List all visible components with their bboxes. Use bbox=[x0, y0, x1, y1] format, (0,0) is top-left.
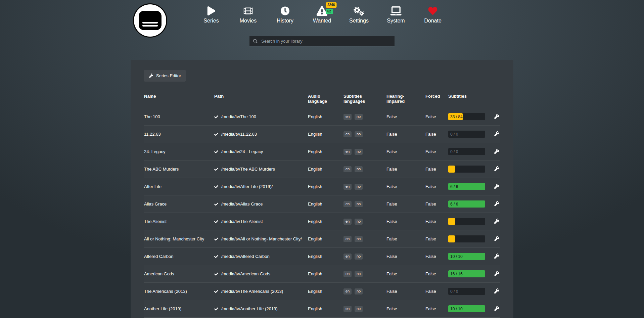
series-path: /media/tv/24 - Legacy bbox=[221, 149, 263, 154]
progress-fill bbox=[448, 218, 455, 225]
series-name-link[interactable]: The 100 bbox=[144, 114, 160, 119]
laptop-icon bbox=[390, 5, 402, 16]
series-panel: Series Editor Name Path Audio language S… bbox=[131, 60, 513, 318]
hearing-impaired-value: False bbox=[386, 184, 397, 189]
audio-language: English bbox=[308, 132, 322, 137]
nav-item-donate[interactable]: Donate bbox=[422, 5, 444, 24]
subtitle-language-chip: en bbox=[343, 184, 352, 190]
subtitles-progress-bar: 16 / 16 bbox=[448, 270, 485, 277]
edit-series-button[interactable] bbox=[494, 271, 499, 276]
subtitle-language-chip: en bbox=[343, 271, 352, 277]
series-name-link[interactable]: Altered Carbon bbox=[144, 254, 173, 259]
heart-icon bbox=[428, 5, 438, 16]
nav-item-wanted[interactable]: 2246 62 Wanted bbox=[312, 5, 333, 24]
nav-label-movies: Movies bbox=[240, 18, 257, 24]
series-path: /media/tv/All or Nothing- Manchester Cit… bbox=[221, 236, 302, 241]
series-name-link[interactable]: American Gods bbox=[144, 271, 174, 276]
subtitles-progress-bar: 0 / 0 bbox=[448, 148, 485, 155]
clock-icon bbox=[281, 5, 290, 16]
wrench-icon bbox=[149, 74, 153, 78]
subtitles-progress-bar: 0 / 0 bbox=[448, 131, 485, 138]
table-row: The 100 /media/tv/The 100 English en no … bbox=[144, 108, 500, 126]
subtitle-language-chip: no bbox=[355, 288, 363, 294]
app-logo[interactable] bbox=[133, 3, 167, 38]
nav-label-series: Series bbox=[203, 18, 219, 24]
subtitle-language-chip: en bbox=[343, 114, 352, 120]
progress-label: 33 / 84 bbox=[450, 115, 463, 119]
series-name-link[interactable]: After Life bbox=[144, 184, 162, 189]
progress-label: 0 / 0 bbox=[450, 132, 458, 137]
wrench-icon bbox=[494, 306, 499, 311]
search-input[interactable] bbox=[261, 38, 391, 44]
progress-label: 0 / 0 bbox=[450, 289, 458, 294]
series-name-link[interactable]: 24: Legacy bbox=[144, 149, 166, 154]
nav-item-settings[interactable]: Settings bbox=[349, 5, 370, 24]
subtitles-progress-bar: 6 / 6 bbox=[448, 183, 485, 190]
edit-series-button[interactable] bbox=[494, 184, 499, 189]
nav-item-history[interactable]: History bbox=[275, 5, 296, 24]
series-name-link[interactable]: 11.22.63 bbox=[144, 132, 161, 137]
edit-series-button[interactable] bbox=[494, 236, 499, 241]
series-path: /media/tv/The ABC Murders bbox=[221, 167, 275, 172]
wrench-icon bbox=[494, 184, 499, 189]
col-header-hearing-impaired: Hearing-impaired bbox=[384, 91, 423, 108]
series-path: /media/tv/American Gods bbox=[221, 271, 270, 276]
edit-series-button[interactable] bbox=[494, 288, 499, 293]
series-path: /media/tv/Alias Grace bbox=[221, 201, 263, 207]
wrench-icon bbox=[494, 166, 499, 171]
series-name-link[interactable]: Alias Grace bbox=[144, 201, 167, 207]
series-name-link[interactable]: Another Life (2019) bbox=[144, 306, 181, 311]
edit-series-button[interactable] bbox=[494, 114, 499, 119]
edit-series-button[interactable] bbox=[494, 219, 499, 224]
table-row: Another Life (2019) /media/tv/Another Li… bbox=[144, 300, 500, 318]
audio-language: English bbox=[308, 184, 322, 189]
audio-language: English bbox=[308, 201, 322, 207]
series-table: Name Path Audio language Subtitles langu… bbox=[144, 91, 500, 318]
wrench-icon bbox=[494, 219, 499, 224]
subtitle-language-chip: en bbox=[343, 236, 352, 242]
nav-item-movies[interactable]: Movies bbox=[238, 5, 259, 24]
hearing-impaired-value: False bbox=[386, 114, 397, 119]
audio-language: English bbox=[308, 306, 322, 311]
series-table-body: The 100 /media/tv/The 100 English en no … bbox=[144, 108, 500, 318]
series-name-link[interactable]: All or Nothing: Manchester City bbox=[144, 236, 204, 241]
subtitle-language-chip: no bbox=[355, 131, 363, 137]
series-editor-button[interactable]: Series Editor bbox=[144, 70, 186, 82]
table-row: All or Nothing: Manchester City /media/t… bbox=[144, 230, 500, 248]
forced-value: False bbox=[425, 167, 436, 172]
hearing-impaired-value: False bbox=[386, 271, 397, 276]
wanted-series-count-badge: 2246 bbox=[326, 2, 336, 8]
edit-series-button[interactable] bbox=[494, 131, 499, 136]
edit-series-button[interactable] bbox=[494, 254, 499, 259]
edit-series-button[interactable] bbox=[494, 201, 499, 206]
check-icon bbox=[214, 272, 218, 276]
series-path: /media/tv/The 100 bbox=[221, 114, 256, 119]
edit-series-button[interactable] bbox=[494, 306, 499, 311]
check-icon bbox=[214, 150, 218, 154]
hearing-impaired-value: False bbox=[386, 236, 397, 241]
series-name-link[interactable]: The Americans (2013) bbox=[144, 289, 187, 294]
wrench-icon bbox=[494, 271, 499, 276]
forced-value: False bbox=[425, 132, 436, 137]
subtitle-language-chip: no bbox=[355, 271, 363, 277]
forced-value: False bbox=[425, 149, 436, 154]
gears-icon bbox=[353, 5, 365, 16]
check-icon bbox=[214, 220, 218, 224]
check-icon bbox=[214, 115, 218, 119]
edit-series-button[interactable] bbox=[494, 149, 499, 154]
series-path: /media/tv/The Americans (2013) bbox=[221, 289, 283, 294]
table-row: 11.22.63 /media/tv/11.22.63 English en n… bbox=[144, 126, 500, 143]
search-icon bbox=[253, 39, 258, 43]
check-icon bbox=[214, 255, 218, 259]
series-path: /media/tv/11.22.63 bbox=[221, 132, 257, 137]
edit-series-button[interactable] bbox=[494, 166, 499, 171]
audio-language: English bbox=[308, 236, 322, 241]
subtitles-progress-bar: 0 / 0 bbox=[448, 288, 485, 295]
series-name-link[interactable]: The Alienist bbox=[144, 219, 167, 224]
subtitle-language-chip: no bbox=[355, 114, 363, 120]
audio-language: English bbox=[308, 167, 322, 172]
nav-item-system[interactable]: System bbox=[385, 5, 407, 24]
nav-item-series[interactable]: Series bbox=[201, 5, 222, 24]
series-name-link[interactable]: The ABC Murders bbox=[144, 167, 179, 172]
subtitle-language-chip: no bbox=[355, 201, 363, 207]
